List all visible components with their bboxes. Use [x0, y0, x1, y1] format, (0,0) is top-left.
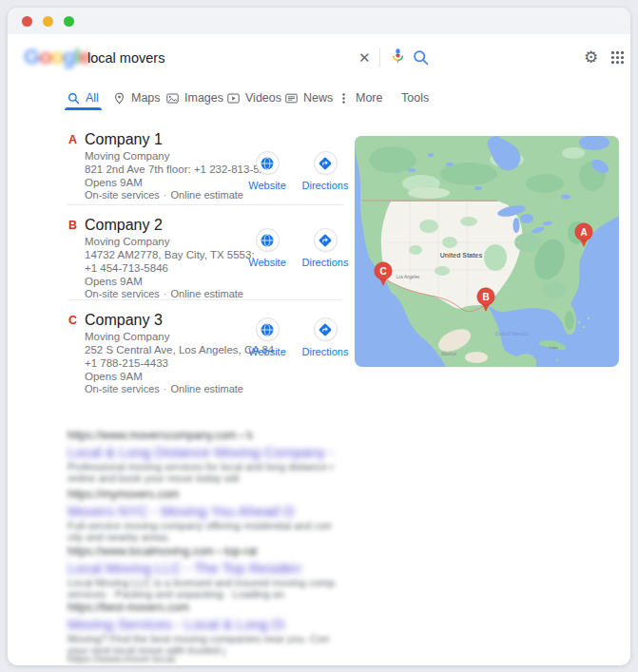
settings-gear-icon[interactable]: ⚙ [584, 34, 598, 81]
logo-letter: o [39, 45, 50, 68]
video-icon [227, 92, 240, 105]
business-services: On-site services·Online estimate [85, 383, 353, 395]
globe-icon [260, 233, 275, 248]
business-address: 821 2nd Ave 7th floor: +1 232-813-5244 [85, 163, 275, 176]
directions-label: Directions [302, 257, 349, 268]
directions-button[interactable]: Directions [308, 151, 342, 191]
business-category: Moving Company [85, 330, 275, 343]
tab-maps[interactable]: Maps [113, 89, 161, 106]
business-category: Moving Company [85, 149, 275, 163]
business-hours: Opens 9AM [85, 370, 275, 383]
result-url: https://www.localmoving.com › top-rated [68, 546, 258, 558]
result-snippet: online and book your move today with our… [68, 472, 239, 484]
svg-text:A: A [580, 227, 587, 238]
separator-dot: · [160, 288, 171, 299]
tab-more[interactable]: More [338, 89, 382, 106]
window-titlebar [8, 8, 630, 35]
separator-dot: · [160, 383, 171, 394]
map-letter-badge: B [68, 219, 77, 232]
organic-result: https://best-movers.com Moving Services … [68, 602, 329, 656]
more-dots-icon [338, 92, 350, 105]
logo-letter: g [63, 45, 74, 68]
tab-label: All [86, 91, 99, 105]
local-result-b-actions: Website Directions [250, 228, 345, 268]
pin-icon [113, 92, 126, 105]
tab-images[interactable]: Images [166, 89, 223, 106]
search-icon [68, 92, 80, 105]
business-address2: +1 788-215-4433 [85, 356, 275, 370]
results-map[interactable]: United States Gulf of Mexico Los Angeles… [355, 136, 619, 367]
business-hours: Opens 9AM [85, 275, 275, 288]
organic-result: https://www.moverscompany.com › local-mo… [68, 430, 338, 484]
logo-letter: o [51, 45, 63, 68]
business-address: 14732 AM2778, Bay City, TX 5553: [85, 248, 275, 261]
tab-label: News [303, 91, 333, 105]
result-title-link[interactable]: Local & Long Distance Moving Company - T… [68, 444, 338, 461]
tab-tools[interactable]: Tools [401, 89, 429, 106]
image-icon [166, 92, 179, 105]
directions-icon [318, 233, 333, 248]
directions-icon [318, 156, 333, 171]
map-label-city: Los Angeles [396, 275, 420, 279]
header-divider [379, 48, 380, 67]
svg-text:C: C [379, 266, 386, 277]
result-url: https://www.moverscompany.com › local-mo… [68, 430, 253, 442]
close-button[interactable] [22, 16, 32, 27]
business-address: 252 S Central Ave, Los Angeles, CA 84411… [85, 343, 275, 356]
business-address2: +1 454-713-5846 [85, 261, 275, 275]
website-button[interactable]: Website [250, 317, 284, 357]
map-letter-badge: C [68, 314, 77, 327]
website-button[interactable]: Website [250, 228, 284, 268]
separator-dot: · [160, 189, 171, 201]
tab-news[interactable]: News [285, 89, 333, 106]
organic-result: https://www.localmoving.com › top-rated … [68, 546, 336, 600]
result-snippet: Professional moving services for local a… [68, 461, 334, 472]
directions-button[interactable]: Directions [308, 228, 342, 268]
service-item: On-site services [85, 189, 160, 201]
result-snippet: Full-service moving company offering res… [68, 520, 332, 531]
organic-result: https://mymovers.com Movers NYC - Moving… [68, 489, 332, 543]
result-snippet: city and nearby areas. [68, 531, 177, 543]
svg-text:B: B [482, 292, 489, 302]
map-label-country: United States [440, 252, 483, 259]
result-title-link[interactable]: Movers NYC - Moving You Ahead Of Residen… [68, 503, 294, 520]
logo-letter: G [24, 45, 39, 68]
globe-icon [260, 156, 275, 171]
search-icon[interactable] [412, 34, 430, 81]
business-hours: Opens 9AM [85, 176, 275, 189]
results-tabs: All Maps Images Videos [8, 81, 630, 120]
search-input[interactable]: local movers [87, 34, 344, 81]
tab-all[interactable]: All [68, 89, 99, 106]
result-title-link[interactable]: Local Moving LLC - The Top Residential &… [68, 560, 300, 577]
divider [68, 204, 343, 205]
map-letter-badge: A [68, 133, 77, 146]
apps-grid-icon[interactable] [610, 34, 625, 81]
map-label-island: Cuba [549, 345, 558, 350]
search-header: Google local movers ✕ ⚙ [8, 34, 630, 82]
directions-label: Directions [302, 346, 349, 357]
tab-label: Maps [131, 91, 161, 105]
tab-videos[interactable]: Videos [227, 89, 281, 106]
result-snippet: Moving? Find the best moving companies n… [68, 633, 329, 644]
service-item: On-site services [85, 288, 160, 299]
google-logo[interactable]: Google [24, 45, 90, 69]
service-item: On-site services [85, 383, 160, 394]
maximize-button[interactable] [64, 16, 74, 27]
tab-label: Tools [401, 91, 429, 105]
clear-search-icon[interactable]: ✕ [358, 34, 371, 81]
globe-icon [260, 322, 275, 337]
website-label: Website [248, 180, 286, 191]
service-item: Online estimate [171, 189, 243, 201]
partial-result-url: https://www.move-local.com › movers [68, 653, 177, 664]
result-url: https://best-movers.com [68, 602, 212, 614]
website-button[interactable]: Website [250, 151, 284, 191]
business-name[interactable]: Company 1 [85, 130, 353, 149]
tab-label: Videos [245, 91, 281, 105]
business-category: Moving Company [85, 235, 275, 248]
directions-button[interactable]: Directions [308, 317, 342, 357]
result-title-link[interactable]: Moving Services - Local & Long Distance … [68, 616, 284, 633]
microphone-icon[interactable] [390, 34, 406, 81]
minimize-button[interactable] [43, 16, 53, 27]
service-item: Online estimate [171, 288, 243, 299]
news-icon [285, 92, 298, 105]
